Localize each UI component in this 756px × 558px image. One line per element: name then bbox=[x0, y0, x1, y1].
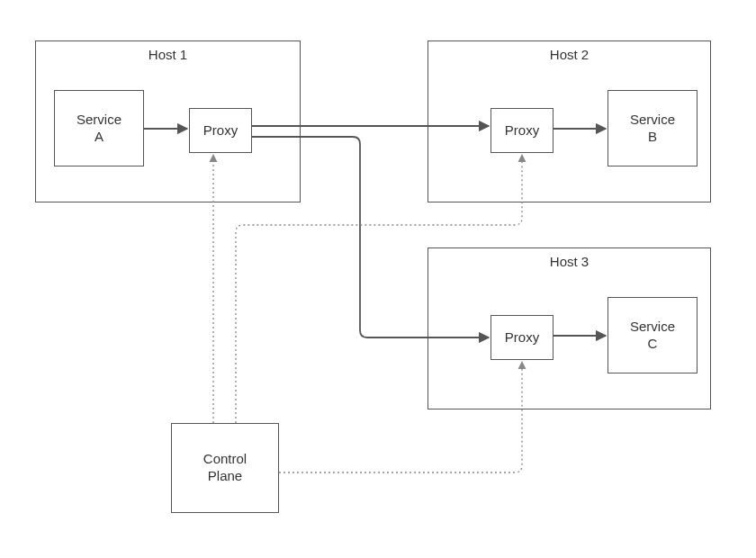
proxy3-label: Proxy bbox=[505, 329, 539, 346]
host1-title: Host 1 bbox=[36, 47, 300, 62]
proxy3-box: Proxy bbox=[490, 315, 554, 360]
service-a-label: ServiceA bbox=[76, 112, 122, 146]
diagram-root: Host 1 ServiceA Proxy Host 2 Proxy Servi… bbox=[0, 0, 756, 558]
service-b-label: ServiceB bbox=[630, 112, 675, 146]
service-b-box: ServiceB bbox=[608, 90, 698, 166]
proxy2-label: Proxy bbox=[505, 122, 539, 140]
control-plane-label: ControlPlane bbox=[203, 451, 247, 485]
service-a-box: ServiceA bbox=[54, 90, 144, 166]
proxy1-box: Proxy bbox=[189, 108, 252, 153]
host2-title: Host 2 bbox=[428, 47, 710, 62]
host3-title: Host 3 bbox=[428, 254, 710, 269]
control-plane-box: ControlPlane bbox=[171, 423, 279, 513]
proxy1-label: Proxy bbox=[203, 122, 238, 140]
proxy2-box: Proxy bbox=[490, 108, 554, 153]
service-c-label: ServiceC bbox=[630, 319, 675, 353]
service-c-box: ServiceC bbox=[608, 297, 698, 374]
